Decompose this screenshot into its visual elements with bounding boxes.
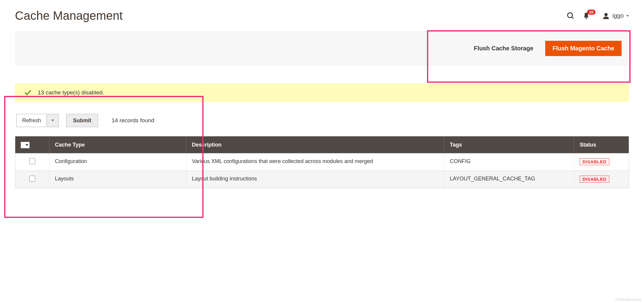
header-actions: 20 iggo <box>566 12 629 20</box>
success-message: 13 cache type(s) disabled. <box>15 83 629 102</box>
svg-point-2 <box>586 18 587 19</box>
cell-description: Various XML configurations that were col… <box>186 153 444 171</box>
cell-tags: CONFIG <box>444 153 574 171</box>
page-title: Cache Management <box>15 9 123 22</box>
mass-action-value: Refresh <box>17 114 46 127</box>
status-badge: DISABLED <box>580 176 609 183</box>
cell-cache-type: Layouts <box>49 171 186 188</box>
row-checkbox[interactable] <box>29 158 35 164</box>
cache-table: Cache Type Description Tags Status Confi… <box>15 136 629 188</box>
notifications-icon[interactable]: 20 <box>582 12 590 20</box>
cell-description: Layout building instructions <box>186 171 444 188</box>
search-icon[interactable] <box>566 12 575 20</box>
mass-action-toggle[interactable] <box>46 114 58 127</box>
cell-cache-type: Configuration <box>49 153 186 171</box>
records-found-label: 14 records found <box>112 117 154 124</box>
header-status: Status <box>574 136 629 153</box>
row-checkbox[interactable] <box>29 176 35 182</box>
message-text: 13 cache type(s) disabled. <box>38 89 104 96</box>
grid-controls: Refresh Submit 14 records found <box>15 114 629 127</box>
table-header-row: Cache Type Description Tags Status <box>15 136 629 153</box>
svg-point-3 <box>604 13 608 16</box>
flush-cache-storage-button[interactable]: Flush Cache Storage <box>468 41 539 56</box>
username-label: iggo <box>612 12 624 19</box>
table-row: Layouts Layout building instructions LAY… <box>15 171 629 188</box>
user-menu[interactable]: iggo <box>602 12 629 20</box>
check-icon <box>24 89 32 97</box>
status-badge: DISABLED <box>580 158 609 165</box>
flush-magento-cache-button[interactable]: Flush Magento Cache <box>545 41 622 56</box>
table-row: Configuration Various XML configurations… <box>15 153 629 171</box>
svg-point-0 <box>568 13 572 17</box>
svg-line-1 <box>572 17 574 19</box>
submit-button[interactable]: Submit <box>66 114 98 127</box>
action-bar: Flush Cache Storage Flush Magento Cache <box>15 31 629 65</box>
cell-tags: LAYOUT_GENERAL_CACHE_TAG <box>444 171 574 188</box>
header-cache-type: Cache Type <box>49 136 186 153</box>
page-header: Cache Management 20 iggo <box>15 6 629 22</box>
chevron-down-icon <box>51 120 54 121</box>
chevron-down-icon <box>626 15 629 17</box>
header-description: Description <box>186 136 444 153</box>
cell-status: DISABLED <box>574 171 629 188</box>
notifications-badge: 20 <box>587 10 596 15</box>
cell-status: DISABLED <box>574 153 629 171</box>
chevron-down-icon <box>25 144 28 146</box>
header-tags: Tags <box>444 136 574 153</box>
mass-action-select[interactable]: Refresh <box>16 114 59 127</box>
select-all-header[interactable] <box>15 136 49 153</box>
